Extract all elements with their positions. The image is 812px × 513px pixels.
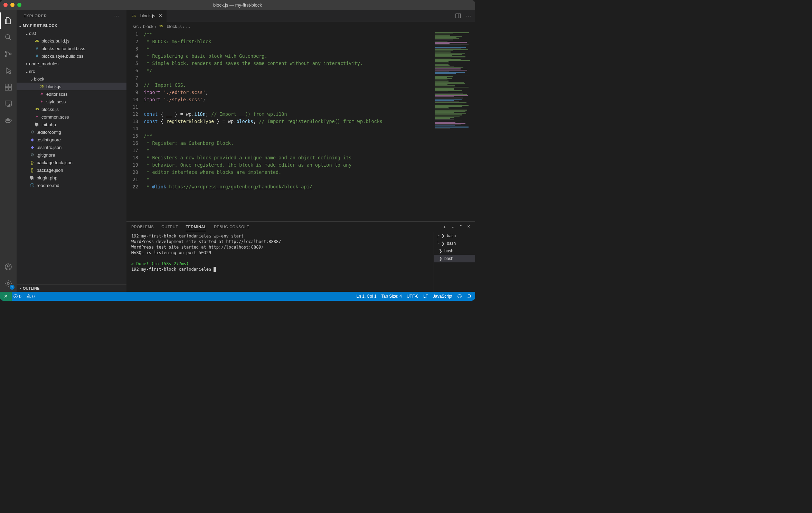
file-item[interactable]: JSblocks.js [17, 105, 126, 113]
output-tab[interactable]: OUTPUT [161, 223, 178, 231]
notifications-icon[interactable] [467, 294, 472, 299]
close-window-button[interactable] [3, 3, 8, 7]
terminal-icon: ❯ [441, 233, 445, 238]
status-language[interactable]: JavaScript [433, 294, 452, 299]
js-icon: JS [158, 25, 164, 28]
window-title: block.js — my-first-block [213, 2, 262, 8]
run-debug-activity-icon[interactable] [0, 62, 17, 79]
close-panel-icon[interactable]: ✕ [467, 224, 470, 230]
minimap[interactable] [434, 31, 475, 221]
file-item[interactable]: {}package-lock.json [17, 159, 126, 166]
file-item[interactable]: 🐘init.php [17, 121, 126, 128]
file-item[interactable]: #blocks.editor.build.css [17, 45, 126, 52]
svg-rect-14 [7, 118, 8, 119]
file-item[interactable]: JSblocks.build.js [17, 37, 126, 45]
file-item[interactable]: ◆.eslintignore [17, 136, 126, 143]
remote-explorer-activity-icon[interactable] [0, 95, 17, 112]
remote-indicator[interactable] [0, 292, 12, 301]
outline-section-header[interactable]: › OUTLINE [17, 284, 126, 292]
maximize-panel-icon[interactable]: ⌃ [459, 224, 462, 230]
tree-item-label: editor.scss [46, 92, 67, 97]
close-tab-icon[interactable]: ✕ [159, 13, 162, 18]
tree-item-label: dist [29, 31, 36, 36]
svg-point-2 [6, 55, 7, 57]
file-item[interactable]: ⚙.gitignore [17, 151, 126, 159]
outline-label: OUTLINE [23, 286, 39, 290]
file-item[interactable]: {}package.json [17, 166, 126, 174]
file-item[interactable]: 🐘plugin.php [17, 174, 126, 181]
minimize-window-button[interactable] [10, 3, 15, 7]
file-item[interactable]: ✶style.scss [17, 98, 126, 105]
folder-item[interactable]: ⌄dist [17, 29, 126, 37]
status-cursor-position[interactable]: Ln 1, Col 1 [357, 294, 377, 299]
activity-bar: 1 [0, 10, 17, 292]
extensions-activity-icon[interactable] [0, 79, 17, 95]
project-section-header[interactable]: ⌄ MY-FIRST-BLOCK [17, 22, 126, 29]
code-editor[interactable]: 12345678910111213141516171819202122 /** … [126, 31, 475, 221]
code-content[interactable]: /** * BLOCK: my-first-block * * Register… [144, 31, 475, 221]
tree-item-label: init.php [41, 122, 56, 127]
breadcrumb-segment[interactable]: block.js [167, 24, 181, 29]
chevron-down-icon: ⌄ [18, 24, 23, 28]
terminal-session-item[interactable]: └ ❯ bash [434, 240, 475, 247]
explorer-activity-icon[interactable] [0, 12, 17, 29]
svg-rect-6 [9, 84, 11, 87]
status-errors[interactable]: 0 [13, 294, 21, 299]
breadcrumb-segment[interactable]: block [143, 24, 153, 29]
maximize-window-button[interactable] [17, 3, 21, 7]
terminal-session-item[interactable]: ❯ bash [434, 255, 475, 262]
file-item[interactable]: ⚙.editorconfig [17, 128, 126, 136]
status-warnings[interactable]: 0 [26, 294, 35, 299]
chevron-down-icon: ⌄ [29, 76, 34, 82]
terminal-session-item[interactable]: ┌ ❯ bash [434, 232, 475, 240]
folder-item[interactable]: ⌄src [17, 67, 126, 75]
svg-point-1 [6, 51, 7, 53]
svg-rect-12 [7, 120, 8, 121]
file-item[interactable]: ⓘreadme.md [17, 181, 126, 189]
explorer-more-icon[interactable]: ··· [114, 14, 120, 18]
window-titlebar: block.js — my-first-block [0, 0, 475, 10]
folder-item[interactable]: ›node_modules [17, 60, 126, 67]
new-terminal-icon[interactable]: ＋ [443, 224, 446, 230]
tree-item-label: .editorconfig [37, 130, 61, 135]
debug-console-tab[interactable]: DEBUG CONSOLE [214, 223, 249, 231]
explorer-sidebar: EXPLORER ··· ⌄ MY-FIRST-BLOCK ⌄distJSblo… [17, 10, 126, 292]
split-editor-icon[interactable] [455, 13, 461, 19]
breadcrumb-segment[interactable]: src [133, 24, 139, 29]
file-item[interactable]: #blocks.style.build.css [17, 52, 126, 60]
settings-activity-icon[interactable]: 1 [0, 275, 17, 292]
file-item[interactable]: ◆.eslintrc.json [17, 143, 126, 151]
docker-activity-icon[interactable] [0, 112, 17, 129]
problems-tab[interactable]: PROBLEMS [131, 223, 154, 231]
editor-more-icon[interactable]: ··· [466, 13, 472, 18]
folder-item[interactable]: ⌄block [17, 75, 126, 83]
breadcrumb-segment[interactable]: … [186, 24, 190, 29]
feedback-icon[interactable] [457, 294, 462, 299]
status-eol[interactable]: LF [423, 294, 428, 299]
accounts-activity-icon[interactable] [0, 259, 17, 275]
tree-item-label: block.js [46, 84, 61, 89]
file-item[interactable]: ✶common.scss [17, 113, 126, 121]
breadcrumb[interactable]: src › block › JS block.js › … [126, 22, 475, 31]
file-item[interactable]: ✶editor.scss [17, 90, 126, 98]
terminal-session-item[interactable]: ❯ bash [434, 247, 475, 255]
tree-item-label: package.json [37, 168, 63, 173]
svg-rect-8 [9, 87, 11, 90]
svg-point-0 [6, 35, 10, 39]
terminal-output[interactable]: 192:my-first-block carlodaniele$ wp-env … [126, 232, 434, 292]
terminal-tab[interactable]: TERMINAL [186, 223, 206, 231]
svg-rect-7 [5, 87, 8, 90]
line-number-gutter: 12345678910111213141516171819202122 [126, 31, 144, 221]
svg-point-17 [7, 282, 9, 285]
settings-badge: 1 [10, 285, 15, 290]
tree-item-label: package-lock.json [37, 160, 73, 165]
split-terminal-icon[interactable]: ⌄ [451, 224, 454, 230]
status-encoding[interactable]: UTF-8 [407, 294, 418, 299]
file-item[interactable]: JSblock.js [17, 83, 126, 90]
search-activity-icon[interactable] [0, 29, 17, 46]
file-tree[interactable]: ⌄distJSblocks.build.js#blocks.editor.bui… [17, 29, 126, 284]
status-tab-size[interactable]: Tab Size: 4 [381, 294, 402, 299]
editor-tab[interactable]: JS block.js ✕ [126, 10, 167, 22]
svg-rect-9 [5, 101, 11, 105]
source-control-activity-icon[interactable] [0, 46, 17, 62]
